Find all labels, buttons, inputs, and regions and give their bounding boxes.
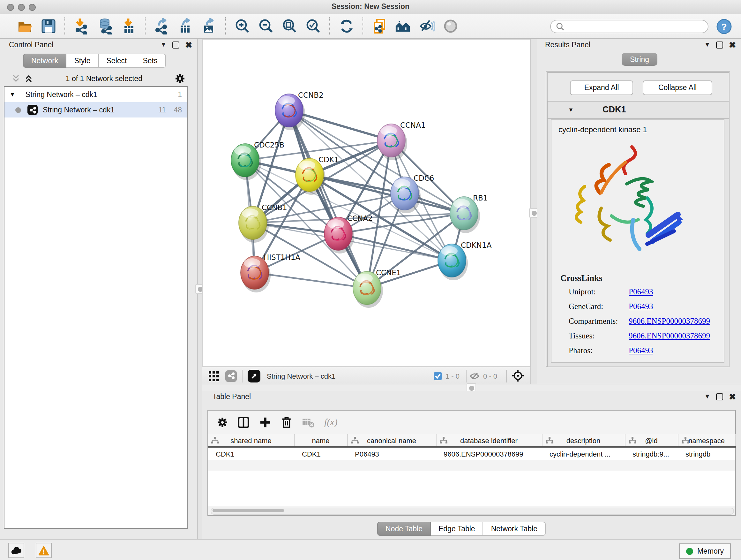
expand-all-button[interactable]: Expand All: [570, 80, 633, 95]
birdseye-icon[interactable]: [512, 370, 524, 382]
open-session-icon[interactable]: [16, 17, 33, 35]
column-type-icon: [628, 437, 636, 444]
gene-section-header[interactable]: ▼ CDK1: [548, 102, 729, 119]
table-horizontal-scrollbar[interactable]: [211, 508, 734, 515]
table-settings-gear-icon[interactable]: [217, 417, 228, 428]
network-collection-row[interactable]: ▼ String Network – cdk1 1: [4, 87, 187, 102]
search-input[interactable]: [567, 22, 703, 30]
network-node-CCNB1[interactable]: CCNB1: [239, 203, 287, 243]
collapse-all-networks-icon[interactable]: [11, 74, 20, 83]
detach-view-icon[interactable]: [248, 369, 260, 382]
crosslink-pharos[interactable]: P06493: [629, 344, 653, 358]
clone-network-icon[interactable]: [371, 17, 388, 35]
gene-name: CDK1: [603, 105, 626, 114]
refresh-layout-icon[interactable]: [338, 17, 355, 35]
column-type-icon: [681, 437, 689, 444]
export-image-icon[interactable]: [200, 17, 218, 35]
panel-menu-icon[interactable]: ▼: [160, 41, 166, 49]
col-database-identifier[interactable]: database identifier: [436, 434, 542, 447]
help-icon[interactable]: ?: [716, 18, 732, 34]
zoom-out-icon[interactable]: [257, 17, 274, 35]
col-canonical-name[interactable]: canonical name: [347, 434, 436, 447]
crosslink-compartments[interactable]: 9606.ENSP00000378699: [629, 314, 710, 329]
string-view-icon[interactable]: [225, 370, 237, 381]
tab-node-table[interactable]: Node Table: [377, 522, 431, 536]
import-network-icon[interactable]: [73, 17, 90, 35]
network-node-RB1[interactable]: RB1: [450, 194, 488, 233]
tab-network-table[interactable]: Network Table: [483, 522, 546, 536]
main-toolbar: ?: [0, 14, 741, 39]
network-node-CDKN1A[interactable]: CDKN1A: [438, 241, 492, 280]
export-network-icon[interactable]: [153, 17, 171, 35]
close-panel-icon[interactable]: ✖: [729, 41, 736, 48]
network-node-CCNA1[interactable]: CCNA1: [377, 121, 426, 160]
home-string-icon[interactable]: [394, 17, 412, 35]
cloud-status-icon[interactable]: [8, 543, 24, 558]
search-box[interactable]: [550, 19, 709, 33]
export-table-icon[interactable]: [177, 17, 194, 35]
tab-edge-table[interactable]: Edge Table: [431, 522, 483, 536]
import-database-icon[interactable]: [96, 17, 114, 35]
gene-collapse-icon[interactable]: ▼: [568, 107, 574, 113]
expand-all-networks-icon[interactable]: [24, 74, 33, 83]
network-node-HIST1H1A[interactable]: HIST1H1A: [241, 253, 300, 293]
selected-checkbox-icon[interactable]: [433, 371, 442, 380]
col-shared-name[interactable]: shared name: [208, 434, 294, 447]
panel-menu-icon[interactable]: ▼: [704, 393, 711, 400]
tab-string[interactable]: String: [622, 53, 657, 66]
warning-status-icon[interactable]: [36, 543, 52, 558]
network-node-CCNA2[interactable]: CCNA2: [324, 214, 373, 253]
network-edge[interactable]: [338, 234, 452, 260]
memory-button[interactable]: Memory: [679, 543, 731, 559]
network-options-gear-icon[interactable]: [175, 73, 185, 84]
network-edge[interactable]: [289, 111, 367, 288]
network-row[interactable]: String Network – cdk1 11 48: [4, 102, 187, 118]
title-bar: Session: New Session: [0, 0, 741, 15]
close-panel-icon[interactable]: ✖: [729, 393, 736, 400]
zoom-in-icon[interactable]: [233, 17, 251, 35]
network-node-CCNE1[interactable]: CCNE1: [353, 268, 401, 308]
scrollbar-thumb[interactable]: [212, 509, 284, 512]
column-type-icon: [351, 437, 358, 444]
tab-style[interactable]: Style: [66, 54, 98, 68]
add-column-icon[interactable]: [259, 416, 271, 428]
node-table: shared name name canonical name database…: [208, 434, 736, 460]
network-canvas[interactable]: CCNB2CCNA1CDC25BCDK1CDC6RB1CCNB1CCNA2CDK…: [202, 39, 530, 367]
crosslink-genecard[interactable]: P06493: [629, 300, 653, 314]
node-label: CCNA2: [347, 214, 373, 223]
float-panel-icon[interactable]: [716, 41, 723, 48]
import-table-icon[interactable]: [120, 17, 137, 35]
collection-expand-icon[interactable]: ▼: [10, 91, 15, 98]
crosslink-uniprot[interactable]: P06493: [629, 285, 653, 300]
zoom-fit-icon[interactable]: [281, 17, 298, 35]
float-panel-icon[interactable]: [172, 41, 179, 48]
network-node-CDC6[interactable]: CDC6: [391, 174, 434, 213]
table-panel: Table Panel ▼ ✖ f(x): [202, 391, 741, 539]
column-type-icon: [545, 437, 553, 444]
network-edge[interactable]: [255, 273, 367, 288]
show-columns-icon[interactable]: [238, 416, 250, 428]
col-namespace[interactable]: namespace: [678, 434, 735, 447]
col-description[interactable]: description: [542, 434, 625, 447]
network-name: String Network – cdk1: [43, 106, 115, 114]
tab-sets[interactable]: Sets: [135, 54, 165, 68]
col-name[interactable]: name: [294, 434, 347, 447]
zoom-selected-icon[interactable]: [305, 17, 322, 35]
col-id[interactable]: @id: [625, 434, 678, 447]
table-row[interactable]: CDK1CDK1P064939606.ENSP00000378699cyclin…: [208, 447, 735, 460]
delete-column-icon[interactable]: [281, 416, 292, 428]
float-panel-icon[interactable]: [716, 393, 723, 400]
string-results-box: Expand All Collapse All ▼ CDK1 cyclin-de…: [546, 71, 730, 367]
tab-network[interactable]: Network: [23, 54, 66, 68]
network-edge-count: 48: [174, 106, 182, 114]
grid-view-icon[interactable]: [209, 371, 219, 381]
save-session-icon[interactable]: [40, 17, 57, 35]
hide-labels-icon[interactable]: [418, 17, 435, 35]
panel-menu-icon[interactable]: ▼: [704, 41, 711, 49]
crosslink-tissues[interactable]: 9606.ENSP00000378699: [629, 329, 710, 344]
collapse-all-button[interactable]: Collapse All: [643, 80, 712, 95]
tab-select[interactable]: Select: [99, 54, 135, 68]
hidden-eye-icon[interactable]: [469, 371, 480, 380]
close-panel-icon[interactable]: ✖: [185, 41, 192, 48]
network-node-CCNB2[interactable]: CCNB2: [275, 91, 324, 130]
